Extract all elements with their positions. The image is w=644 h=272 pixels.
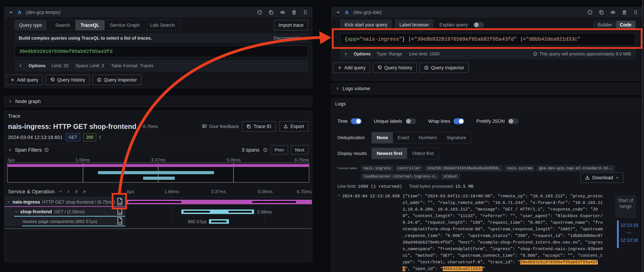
span-logs-icon[interactable]: LOG (117, 198, 123, 206)
option-item: Spans Limit: 3 (76, 63, 104, 68)
download-button[interactable]: Download (580, 172, 624, 183)
axis-tick: 0μs (127, 189, 134, 194)
tab-service-graph[interactable]: Service Graph (104, 20, 145, 30)
vertical-scrollbar[interactable] (642, 0, 643, 272)
span-table-axis: 0μs1.69ms3.37ms5.06ms6.75ms (125, 189, 312, 194)
trash-icon[interactable] (622, 10, 627, 15)
option-signature[interactable]: Signature (442, 132, 471, 143)
drag-handle-icon[interactable] (633, 10, 638, 15)
span-logs-icon[interactable]: LOG (117, 217, 123, 226)
chevron-down-icon[interactable] (7, 200, 10, 204)
option-oldest-first[interactable]: Oldest first (407, 148, 438, 159)
next-span-button[interactable]: Next (291, 146, 308, 154)
query-token: |= (517, 36, 526, 42)
tempo-options-row[interactable]: Options Limit: 20Spans Limit: 3Table For… (14, 60, 308, 72)
method-badge: GET (66, 134, 80, 141)
toggle-prettify-json-switch[interactable] (508, 118, 518, 124)
query-inspector-button[interactable]: Query inspector (92, 75, 142, 85)
loki-options-row[interactable]: Options Type: RangeLine limit: 1000 This… (340, 48, 636, 60)
drag-handle-icon[interactable] (303, 10, 308, 15)
common-label-chip: controller (395, 165, 423, 172)
add-query-button[interactable]: Add query (333, 62, 370, 73)
copy-icon[interactable] (268, 10, 274, 15)
span-filters-label[interactable]: Span Filters (15, 147, 42, 153)
chevron-right-icon[interactable] (19, 64, 22, 68)
tab-search[interactable]: Search (50, 20, 76, 30)
log-time-range-bar[interactable] (617, 220, 619, 248)
copy-icon[interactable] (599, 10, 604, 15)
give-feedback-button[interactable]: Give feedback (202, 124, 239, 129)
chevron-down-icon[interactable] (14, 210, 18, 214)
info-icon (44, 148, 49, 152)
trace-path: / (99, 134, 101, 140)
span-bar[interactable] (209, 219, 229, 224)
span-bar[interactable] (126, 200, 312, 204)
span-row-nais-ingress[interactable]: nais-ingress HTTP GET shop-frontend / (6… (4, 197, 312, 207)
log-row[interactable]: 2024-03-04 12:13:18.658 {"time": "2024-0… (338, 193, 641, 272)
chevrons-right-icon[interactable] (82, 190, 86, 194)
code-mode-button[interactable]: Code (616, 21, 636, 29)
eye-icon[interactable] (610, 10, 616, 15)
help-icon[interactable]: ? (588, 10, 592, 15)
chevron-down-icon[interactable] (338, 194, 340, 197)
traceql-hint-text: Build complex queries using TraceQL to s… (19, 36, 152, 41)
info-icon (263, 148, 268, 152)
chevron-right-icon[interactable] (8, 148, 12, 152)
option-none[interactable]: None (372, 132, 393, 143)
horizontal-scrollbar[interactable] (5, 228, 312, 229)
query-history-button[interactable]: Query history (46, 75, 90, 85)
log-text: {"time": "2024-03-04T11:13:18+00:00", "r… (402, 194, 603, 264)
builder-mode-button[interactable]: Builder (594, 21, 616, 29)
logql-query-input[interactable]: {app="nais-ingress"} |="39e8b83281976509… (340, 33, 636, 46)
toggle-wrap-lines: Wrap lines (428, 118, 464, 124)
log-timestamp: 2024-03-04 12:13:18.658 (342, 193, 400, 200)
trace-timestamp: 2024-03-04 12:13:18.651 (8, 134, 63, 140)
add-query-button[interactable]: Add query (6, 75, 43, 85)
node-graph-toggle[interactable]: Node graph (4, 96, 312, 107)
toggle-unique-labels-switch[interactable] (405, 118, 416, 124)
span-logs-icon[interactable]: LOG (117, 208, 123, 216)
svg-text:?: ? (259, 11, 260, 14)
prev-span-button[interactable]: Prev (270, 146, 288, 154)
import-trace-button[interactable]: Import trace (274, 20, 308, 30)
axis-tick: 3.37ms (211, 189, 226, 194)
trace-minimap[interactable] (7, 163, 309, 182)
svg-text:LOG: LOG (118, 221, 122, 224)
chevron-right-icon[interactable] (344, 52, 348, 56)
query-history-button[interactable]: Query history (373, 62, 417, 73)
axis-tick: 0μs (8, 158, 15, 162)
documentation-link[interactable]: Documentation (274, 36, 304, 41)
chevron-right-icon[interactable] (66, 190, 70, 194)
query-token: "39e8b83281976509ef05ab82f05a43fd" (414, 36, 517, 42)
trace-id-button[interactable]: Trace ID (242, 121, 276, 132)
option-exact[interactable]: Exact (393, 132, 414, 143)
logs-volume-toggle[interactable]: Logs volume (332, 83, 642, 94)
export-button[interactable]: Export (279, 121, 308, 132)
span-bar[interactable] (181, 210, 254, 214)
chevron-down-icon[interactable] (9, 10, 13, 14)
help-icon[interactable]: ? (257, 10, 262, 15)
toggle-wrap-lines-switch[interactable] (454, 118, 464, 124)
span-row-shop-frontend[interactable]: shop-frontend GET / (2.58ms) LOG 2.58ms (4, 207, 312, 216)
tab-loki-search[interactable]: Loki Search (145, 20, 180, 30)
option-numbers[interactable]: Numbers (414, 132, 442, 143)
chevron-down-icon[interactable] (336, 10, 340, 14)
kick-start-query-button[interactable]: Kick start your query (340, 20, 392, 30)
chevron-down-icon[interactable] (58, 190, 62, 194)
loki-query-editor-panel: A (dev-gcp-loki) ? Kick start your query… (332, 7, 642, 80)
tab-traceql[interactable]: TraceQL (76, 20, 104, 30)
traceql-query-input[interactable]: 39e8b83281976509ef05ab82f05a43fd (14, 46, 308, 57)
toggle-time-switch[interactable] (351, 118, 362, 124)
query-type-tabs: SearchTraceQLService GraphLoki Search (50, 20, 180, 30)
option-newest-first[interactable]: Newest first (372, 148, 407, 159)
common-label-chip: nais-system (505, 165, 535, 172)
trash-icon[interactable] (292, 10, 297, 15)
start-of-range-label: Start of range (615, 196, 636, 218)
explain-query-toggle[interactable] (473, 22, 484, 28)
tempo-actions-row: Add query Query history Query inspector (6, 75, 312, 85)
label-browser-button[interactable]: Label browser (395, 20, 434, 30)
span-row-resolve-page-components[interactable]: resolve page components (692.57μs) LOG 6… (4, 216, 312, 226)
chevrons-down-icon[interactable] (74, 190, 78, 194)
query-inspector-button[interactable]: Query inspector (420, 62, 469, 73)
eye-icon[interactable] (280, 10, 285, 15)
